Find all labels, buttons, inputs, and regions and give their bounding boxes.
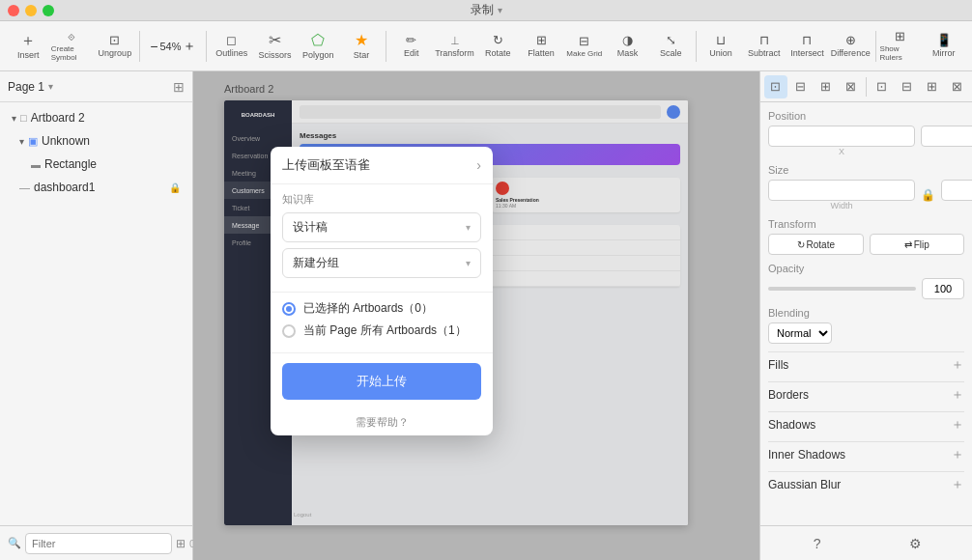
insert-tool[interactable]: ＋ Insert (8, 25, 49, 68)
insert-icon: ＋ (20, 33, 36, 48)
canvas-area[interactable]: Artboard 2 BOARDASH Overview Reservation… (193, 71, 759, 560)
tree-item-artboard2[interactable]: ▾ □ Artboard 2 (4, 106, 188, 129)
size-row: Width 🔒 Height (768, 180, 964, 210)
transform-label: Transform (435, 48, 474, 58)
edit-tool[interactable]: ✏ Edit (390, 25, 432, 68)
outlines-tool[interactable]: ◻ Outlines (211, 25, 252, 68)
sidebar-add-page[interactable]: ⊞ (173, 79, 185, 95)
maximize-button[interactable] (43, 5, 54, 16)
radio-selected-artboards[interactable]: 已选择的 Artboards（0） (282, 300, 481, 317)
page-chevron[interactable]: ▾ (48, 81, 53, 92)
make-grid-tool[interactable]: ⊟ Make Grid (563, 25, 605, 68)
mask-tool[interactable]: ◑ Mask (607, 25, 648, 68)
intersect-tool[interactable]: ⊓ Intersect (786, 25, 828, 68)
tree-item-unknown[interactable]: ▾ ▣ Unknown (12, 129, 188, 153)
show-rulers-tool[interactable]: ⊞ Show Rulers (880, 25, 922, 68)
width-sub-label: Width (768, 201, 915, 210)
tree-label-rectangle: Rectangle (44, 157, 97, 171)
size-lock-icon[interactable]: 🔒 (921, 188, 935, 202)
popup-kb-dropdown[interactable]: 设计稿 ▾ (282, 212, 481, 242)
difference-tool[interactable]: ⊕ Difference (830, 25, 872, 68)
zoom-value: 54% (159, 41, 181, 52)
rotate-tool[interactable]: ↻ Rotate (477, 25, 519, 68)
ungroup-icon: ⊡ (109, 34, 120, 46)
toolbar: ＋ Insert ⟐ Create Symbol ⊡ Ungroup − 54%… (0, 21, 972, 71)
position-group: Position X Y (768, 110, 964, 156)
scissors-tool[interactable]: ✂ Scissors (254, 25, 296, 68)
y-sub-label: Y (921, 147, 972, 156)
flatten-tool[interactable]: ⊞ Flatten (521, 25, 562, 68)
gaussian-blur-add-icon[interactable]: ＋ (951, 476, 964, 493)
scale-icon: ⤡ (666, 34, 676, 46)
tab-align-left[interactable]: ⊠ (839, 75, 862, 98)
rotate-btn[interactable]: ↻ Rotate (768, 234, 864, 255)
create-symbol-tool[interactable]: ⟐ Create Symbol (51, 25, 93, 68)
height-input[interactable] (941, 180, 972, 201)
flip-icon: ⇄ (904, 239, 912, 250)
tree-item-rectangle[interactable]: ▬ Rectangle (23, 153, 188, 176)
filter-input[interactable] (25, 533, 172, 554)
panel-body: Position X Y Size (760, 102, 972, 525)
tab-align-top[interactable]: ⊞ (920, 75, 943, 98)
gaussian-blur-title: Gaussian Blur (768, 478, 841, 491)
polygon-tool[interactable]: ⬠ Polygon (298, 25, 339, 68)
width-input[interactable] (768, 180, 915, 201)
minimize-button[interactable] (25, 5, 37, 16)
tab-align-right[interactable]: ⊟ (896, 75, 919, 98)
zoom-area[interactable]: − 54% ＋ (144, 38, 202, 55)
popup-help[interactable]: 需要帮助？ (271, 409, 493, 435)
tree-item-dashboard1[interactable]: — dashboard1 🔒 (12, 176, 188, 199)
close-button[interactable] (8, 5, 19, 16)
help-icon[interactable]: ? (806, 532, 829, 555)
fills-add-icon[interactable]: ＋ (951, 356, 964, 374)
shadows-section[interactable]: Shadows ＋ (768, 411, 964, 437)
mirror-tool[interactable]: 📱 Mirror (923, 25, 964, 68)
scale-tool[interactable]: ⤡ Scale (650, 25, 692, 68)
opacity-row (768, 278, 964, 299)
title-chevron[interactable]: ▾ (498, 5, 502, 15)
subtract-label: Subtract (748, 48, 781, 58)
main-layout: Page 1 ▾ ⊞ ▾ □ Artboard 2 ▾ ▣ Unknown ▬ … (0, 71, 972, 560)
edit-label: Edit (404, 48, 419, 58)
opacity-input[interactable] (922, 278, 964, 299)
upload-button[interactable]: 开始上传 (282, 363, 481, 400)
gaussian-blur-section[interactable]: Gaussian Blur ＋ (768, 471, 964, 497)
transform-tool[interactable]: ⟂ Transform (434, 25, 475, 68)
y-input[interactable] (921, 126, 972, 147)
inner-shadows-add-icon[interactable]: ＋ (951, 446, 964, 463)
subtract-tool[interactable]: ⊓ Subtract (743, 25, 785, 68)
tab-align[interactable]: ⊡ (764, 75, 787, 98)
tab-align-center[interactable]: ⊡ (871, 75, 894, 98)
zoom-minus[interactable]: − (150, 39, 157, 54)
outlines-icon: ◻ (226, 34, 237, 46)
transform-icon: ⟂ (451, 34, 459, 46)
window-controls[interactable] (8, 5, 54, 16)
popup-kb-section: 知识库 设计稿 ▾ 新建分组 ▾ (271, 184, 493, 293)
radio-all-artboards[interactable]: 当前 Page 所有 Artboards（1） (282, 322, 481, 339)
star-tool[interactable]: ★ Star (341, 25, 383, 68)
polygon-icon: ⬠ (311, 33, 325, 48)
tab-distribute-v[interactable]: ⊞ (815, 75, 838, 98)
fills-section[interactable]: Fills ＋ (768, 351, 964, 378)
opacity-slider[interactable] (768, 287, 916, 291)
blend-select[interactable]: Normal (768, 322, 832, 344)
union-tool[interactable]: ⊔ Union (700, 25, 742, 68)
borders-add-icon[interactable]: ＋ (951, 386, 964, 404)
tab-distribute-h[interactable]: ⊟ (789, 75, 813, 98)
popup-expand-icon[interactable]: › (476, 157, 481, 173)
x-input[interactable] (768, 126, 915, 147)
flip-btn[interactable]: ⇄ Flip (870, 234, 965, 255)
ungroup-tool[interactable]: ⊡ Ungroup (95, 25, 136, 68)
tree-arrow-artboard2: ▾ (12, 113, 16, 124)
popup-group-dropdown[interactable]: 新建分组 ▾ (282, 248, 481, 278)
tab-align-bottom[interactable]: ⊠ (945, 75, 968, 98)
popup-kb-value: 设计稿 (293, 219, 328, 236)
inner-shadows-section[interactable]: Inner Shadows ＋ (768, 441, 964, 467)
borders-section[interactable]: Borders ＋ (768, 381, 964, 407)
star-label: Star (354, 50, 370, 60)
size-label: Size (768, 164, 964, 176)
zoom-plus[interactable]: ＋ (183, 38, 196, 55)
sidebar-footer-copy-icon[interactable]: ⊞ (176, 537, 186, 550)
shadows-add-icon[interactable]: ＋ (951, 416, 964, 434)
settings-icon[interactable]: ⚙ (903, 532, 927, 555)
